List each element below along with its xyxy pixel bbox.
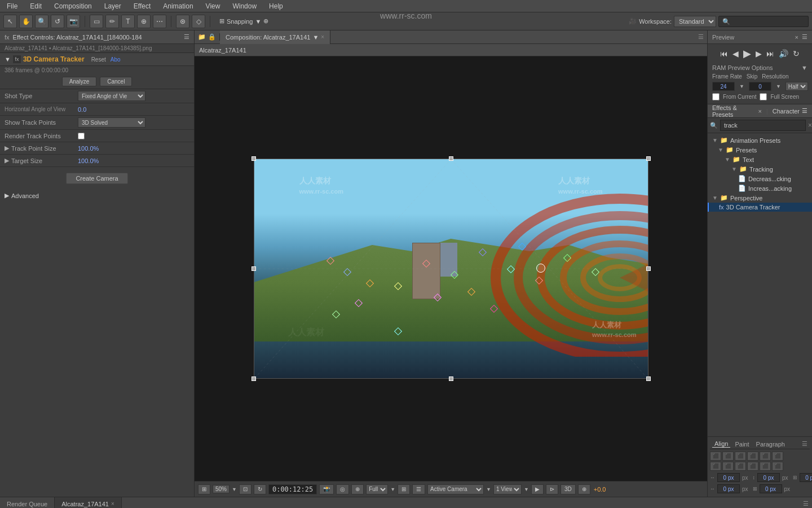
tool-zoom[interactable]: 🔍 (35, 15, 48, 28)
tree-text-expand[interactable]: ▼ (725, 156, 730, 163)
menu-window[interactable]: Window (230, 1, 259, 11)
align-center-btn[interactable]: ⬛ (722, 452, 734, 461)
timeline-tab-close[interactable]: × (111, 501, 114, 507)
tree-tracking-expand[interactable]: ▼ (731, 166, 737, 172)
viewer-snap-btn[interactable]: 📸 (319, 484, 334, 494)
dist-right-btn[interactable]: ⬛ (735, 462, 746, 471)
menu-composition[interactable]: Composition (52, 1, 94, 11)
viewer-3d-btn[interactable]: 3D (561, 484, 576, 494)
framerate-input[interactable] (712, 82, 735, 91)
preview-menu[interactable]: ☰ (802, 33, 807, 41)
active-camera-select[interactable]: Active Camera (427, 484, 484, 494)
global-search[interactable] (718, 16, 809, 27)
menu-view[interactable]: View (204, 1, 223, 11)
tree-presets-expand[interactable]: ▼ (718, 147, 723, 153)
workspace-select[interactable]: Standard (674, 16, 716, 27)
timeline-menu[interactable]: ☰ (800, 500, 812, 507)
preview-step-back[interactable]: ◀ (731, 48, 740, 59)
preview-skip-forward[interactable]: ⏭ (765, 48, 775, 59)
paint-tab[interactable]: Paint (732, 441, 751, 448)
preview-loop[interactable]: ↻ (792, 48, 801, 59)
preview-play[interactable]: ▶ (742, 46, 752, 61)
tree-presets[interactable]: ▼ 📁 Presets (708, 145, 812, 155)
align-menu[interactable]: ☰ (802, 440, 807, 448)
comp-tab-close[interactable]: × (321, 34, 324, 40)
tree-animation-presets[interactable]: ▼ 📁 Animation Presets (708, 135, 812, 145)
viewer-layer-btn[interactable]: ◎ (336, 484, 349, 494)
framerate-dropdown[interactable]: ▼ (739, 84, 744, 89)
effect-expand-icon[interactable]: ▼ (5, 56, 11, 63)
viewer-grid-btn[interactable]: ⊞ (398, 484, 410, 494)
tree-tracking[interactable]: ▼ 📁 Tracking (708, 164, 812, 174)
align-tab[interactable]: Align (712, 440, 730, 448)
panel-menu-icon[interactable]: ☰ (184, 33, 189, 41)
view-count-select[interactable]: 1 View (493, 484, 522, 494)
viewer-layer2-btn[interactable]: ☰ (412, 484, 425, 494)
character-tab[interactable]: Character (773, 108, 800, 115)
viewer-extra-btn[interactable]: ⊕ (578, 484, 590, 494)
snapping-extra[interactable]: ⊕ (263, 17, 268, 25)
menu-layer[interactable]: Layer (102, 1, 123, 11)
align-top-btn[interactable]: ⬛ (747, 452, 758, 461)
create-camera-button[interactable]: Create Camera (66, 173, 127, 184)
effects-menu[interactable]: ☰ (802, 107, 807, 115)
tree-expand-icon[interactable]: ▼ (712, 137, 718, 143)
preview-audio[interactable]: 🔊 (778, 48, 789, 59)
tool-select[interactable]: ↖ (3, 15, 17, 28)
viewer-loop-btn[interactable]: ↻ (254, 484, 266, 494)
preview-close[interactable]: × (795, 34, 798, 41)
dist-left-btn[interactable]: ⬛ (710, 462, 721, 471)
viewer-trans-btn[interactable]: ⊕ (351, 484, 364, 494)
spacing-h-input[interactable] (717, 473, 740, 482)
viewer-region-btn[interactable]: ⊞ (198, 484, 210, 494)
preview-skip-back[interactable]: ⏮ (719, 48, 729, 59)
analyze-button[interactable]: Analyze (62, 77, 97, 86)
tree-perspective[interactable]: ▼ 📁 Perspective (708, 193, 812, 203)
tool-hand[interactable]: ✋ (19, 15, 33, 28)
reset-button[interactable]: Reset (91, 56, 106, 63)
camera-dropdown[interactable]: ▼ (486, 487, 491, 492)
target-size-expand[interactable]: ▶ (5, 157, 9, 164)
tool-shape[interactable]: ◇ (192, 15, 205, 28)
comp-timeline-tab[interactable]: Alcatraz_17A141 × (55, 497, 122, 509)
viewer-out-btn[interactable]: ⊳ (546, 484, 558, 494)
preview-step-forward[interactable]: ▶ (754, 48, 763, 59)
dist-top-btn[interactable]: ⬛ (747, 462, 758, 471)
advanced-expand[interactable]: ▶ (5, 192, 9, 199)
render-queue-tab[interactable]: Render Queue (0, 497, 55, 509)
comp-expand-icon[interactable]: ☰ (695, 33, 707, 41)
menu-help[interactable]: Help (267, 1, 285, 11)
menu-file[interactable]: File (5, 1, 20, 11)
shot-type-select[interactable]: Fixed Angle of Vie (78, 91, 145, 101)
effects-close[interactable]: × (758, 108, 761, 115)
show-track-select[interactable]: 3D Solved (78, 117, 145, 128)
zoom-display[interactable]: 50% (213, 485, 230, 493)
dist-center-btn[interactable]: ⬛ (722, 462, 734, 471)
tool-pen[interactable]: ✏ (105, 15, 119, 28)
align-left-btn[interactable]: ⬛ (710, 452, 721, 461)
timecode-display[interactable]: 0:00:12:25 (268, 484, 317, 494)
paragraph-tab[interactable]: Paragraph (754, 441, 787, 448)
viewer-render-btn[interactable]: ▶ (531, 484, 544, 494)
comp-tab-dropdown[interactable]: ▼ (312, 34, 319, 41)
preview-options-dropdown[interactable]: ▼ (801, 64, 807, 71)
effects-search-input[interactable] (720, 120, 806, 131)
resolution-select[interactable]: Half (785, 82, 808, 91)
about-button[interactable]: Abo (111, 56, 121, 63)
cancel-button[interactable]: Cancel (100, 77, 132, 86)
tree-camera-tracker[interactable]: fx 3D Camera Tracker (708, 203, 812, 212)
quality-dropdown[interactable]: ▼ (390, 487, 395, 492)
spacing-v2-input[interactable] (760, 484, 782, 493)
menu-animation[interactable]: Animation (161, 1, 195, 11)
dist-bottom-btn[interactable]: ⬛ (772, 462, 783, 471)
tree-text[interactable]: ▼ 📁 Text (708, 155, 812, 164)
tool-camera[interactable]: 📷 (67, 15, 80, 28)
spacing-extra-input[interactable] (800, 473, 812, 482)
tool-rect[interactable]: ▭ (90, 15, 103, 28)
snapping-toggle[interactable]: ▼ (255, 18, 262, 25)
tool-rotate[interactable]: ↺ (51, 15, 64, 28)
comp-main-tab[interactable]: Composition: Alcatraz_17A141 ▼ × (220, 30, 330, 44)
composition-viewer[interactable]: 人人素材www.rr-sc.com 人人素材www.rr-sc.com 人人素材… (195, 56, 707, 481)
align-right-btn[interactable]: ⬛ (735, 452, 746, 461)
align-bottom-btn[interactable]: ⬛ (772, 452, 783, 461)
